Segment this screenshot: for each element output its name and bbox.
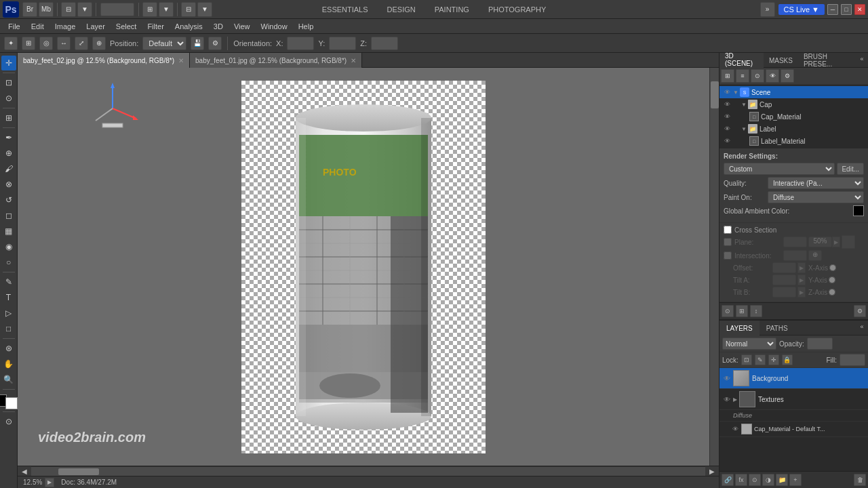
arrange-arrow[interactable]: ▼ (197, 2, 212, 17)
grid-btn[interactable]: ⊞ (142, 2, 157, 17)
tool-opt2[interactable]: ◎ (39, 37, 53, 50)
menu-select[interactable]: Select (111, 21, 142, 32)
menu-edit[interactable]: Edit (26, 21, 50, 32)
crop-tool[interactable]: ⊞ (1, 110, 16, 125)
paths-tab[interactable]: PATHS (760, 321, 795, 336)
menu-analysis[interactable]: Analysis (170, 21, 208, 32)
3d-tool-4[interactable]: 👁 (766, 69, 779, 83)
textures-arrow[interactable]: ▶ (733, 396, 737, 403)
intersection-checkbox[interactable] (724, 251, 732, 260)
horizontal-scrollbar[interactable] (31, 466, 705, 476)
3d-tool-3[interactable]: ⊙ (751, 69, 764, 83)
essentials-btn[interactable]: ESSENTIALS (313, 3, 377, 16)
tilt-b-arrow[interactable]: ▶ (797, 287, 806, 298)
lasso-tool[interactable]: ⊙ (1, 91, 16, 106)
tab-baby-feet-01[interactable]: baby_feet_01.jpg @ 12.5% (Background, RG… (190, 53, 362, 68)
path-select[interactable]: ▷ (1, 306, 16, 321)
blend-mode-dropdown[interactable]: Normal (722, 338, 776, 350)
maximize-btn[interactable]: □ (841, 4, 852, 15)
v-scroll-thumb[interactable] (711, 81, 719, 108)
fill-input[interactable]: 100% (840, 354, 865, 366)
group-layers-btn[interactable]: 📁 (776, 474, 788, 486)
eye-cap-material-layer[interactable]: 👁 (730, 424, 740, 434)
lock-transparent-icon[interactable]: ⊡ (741, 354, 752, 365)
painting-btn[interactable]: PAINTING (426, 3, 478, 16)
tab-close-1[interactable]: ✕ (178, 57, 184, 64)
menu-layer[interactable]: Layer (81, 21, 111, 32)
render-preset-dropdown[interactable]: Custom (724, 163, 835, 175)
3d-bottom-icon-3[interactable]: ↕ (750, 305, 762, 317)
eyedropper-tool[interactable]: ✒ (1, 130, 16, 145)
background-color[interactable] (5, 397, 18, 409)
arrange-btn[interactable]: ⊟ (181, 2, 196, 17)
quality-dropdown[interactable]: Interactive (Pa... (768, 177, 864, 189)
plane-arrow[interactable]: ▶ (832, 237, 840, 247)
pen-tool[interactable]: ✎ (1, 274, 16, 289)
close-btn[interactable]: ✕ (854, 4, 865, 15)
new-layer-btn[interactable]: + (789, 474, 802, 486)
add-mask-btn[interactable]: ⊙ (749, 474, 761, 486)
render-edit-btn[interactable]: Edit... (837, 163, 864, 175)
3d-tool-2[interactable]: ≡ (736, 69, 749, 83)
arrow-label[interactable]: ▼ (741, 126, 748, 132)
menu-filter[interactable]: Filter (142, 21, 169, 32)
3d-bottom-icon-1[interactable]: ⊙ (722, 305, 734, 317)
screen-mode-btn[interactable]: ⊟ (61, 2, 76, 17)
photography-btn[interactable]: PHOTOGRAPHY (479, 3, 555, 16)
eye-cap[interactable]: 👁 (722, 100, 732, 109)
link-layers-btn[interactable]: 🔗 (722, 474, 734, 486)
tool-opt4[interactable]: ⤢ (75, 37, 88, 50)
eraser-tool[interactable]: ◻ (1, 208, 16, 223)
eye-label-material[interactable]: 👁 (722, 136, 732, 146)
tilt-b-input[interactable]: 0 (772, 287, 796, 298)
y-input[interactable]: 0 (329, 37, 356, 50)
menu-view[interactable]: View (229, 21, 256, 32)
tool-opt1[interactable]: ⊞ (22, 37, 35, 50)
layers-collapse-btn[interactable]: « (856, 321, 868, 333)
extend-btn[interactable]: » (760, 2, 775, 17)
layer-style-btn[interactable]: fx (735, 474, 747, 486)
hand-tool[interactable]: ✋ (1, 357, 16, 371)
brush-preset-tab[interactable]: BRUSH PRESE... (798, 53, 856, 68)
adjustment-layer-btn[interactable]: ◑ (762, 474, 774, 486)
design-btn[interactable]: DESIGN (378, 3, 425, 16)
stamp-tool[interactable]: ⊗ (1, 177, 16, 192)
x-input[interactable]: 0 (287, 37, 314, 50)
screen-mode-arrow[interactable]: ▼ (77, 2, 92, 17)
type-tool[interactable]: T (1, 290, 16, 305)
3d-bottom-icon-2[interactable]: ⊞ (736, 305, 748, 317)
delete-layer-btn[interactable]: 🗑 (854, 474, 866, 486)
dodge-tool[interactable]: ○ (1, 255, 16, 270)
menu-file[interactable]: File (3, 21, 26, 32)
blur-tool[interactable]: ◉ (1, 239, 16, 254)
menu-image[interactable]: Image (50, 21, 81, 32)
zoom-tool[interactable]: 🔍 (1, 372, 16, 387)
plane-checkbox[interactable] (724, 238, 732, 246)
layer-background[interactable]: 👁 Background (719, 368, 868, 389)
heal-tool[interactable]: ⊕ (1, 146, 16, 161)
tree-cap[interactable]: 👁 ▼ 📁 Cap (719, 98, 868, 110)
lock-image-icon[interactable]: ✎ (755, 354, 766, 365)
arrow-scene[interactable]: ▼ (733, 89, 740, 96)
masks-tab[interactable]: MASKS (764, 53, 798, 68)
mini-bridge-btn[interactable]: Mb (39, 2, 54, 17)
tree-cap-material[interactable]: 👁 □ Cap_Material (719, 110, 868, 123)
eye-label[interactable]: 👁 (722, 124, 732, 134)
zoom-input[interactable]: 12.5 (100, 3, 134, 16)
3d-tool[interactable]: ⊛ (1, 341, 16, 356)
z-axis-radio[interactable] (829, 289, 835, 296)
layers-tab[interactable]: LAYERS (719, 321, 760, 336)
3d-tool-5[interactable]: ⚙ (781, 69, 794, 83)
history-brush[interactable]: ↺ (1, 192, 16, 207)
eye-textures[interactable]: 👁 (722, 394, 732, 404)
grid-arrow[interactable]: ▼ (159, 2, 174, 17)
status-arrow[interactable]: ▶ (45, 478, 54, 487)
opacity-input[interactable]: 100% (807, 338, 833, 350)
lock-position-icon[interactable]: ✛ (768, 354, 779, 365)
eye-cap-material[interactable]: 👁 (722, 112, 732, 121)
offset-input[interactable]: 0 (772, 262, 796, 273)
tool-opt3[interactable]: ↔ (57, 37, 71, 50)
bridge-btn[interactable]: Br (22, 2, 37, 17)
marquee-tool[interactable]: ⊡ (1, 75, 16, 90)
arrow-cap[interactable]: ▼ (741, 102, 748, 108)
